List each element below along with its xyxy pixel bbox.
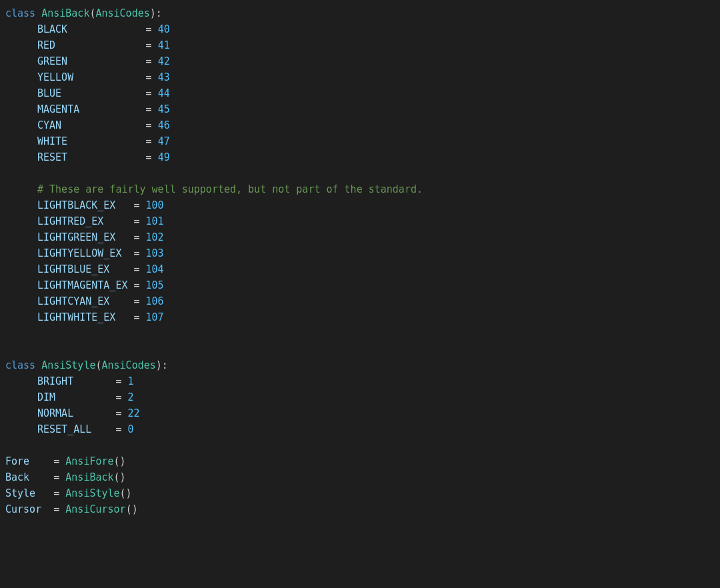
var-resetall: RESET_ALL (37, 421, 91, 437)
line-lightwhite: LIGHTWHITE_EX = 107 (0, 309, 720, 325)
val-lightgreen: 102 (146, 229, 164, 245)
cls-ansiback: AnsiBack (65, 469, 113, 485)
var-lightblack: LIGHTBLACK_EX (37, 197, 127, 213)
val-normal: 22 (127, 405, 139, 421)
val-lightwhite: 107 (146, 309, 164, 325)
val-blue: 44 (158, 85, 170, 101)
line-class-ansiback: class AnsiBack(AnsiCodes): (0, 5, 720, 21)
var-lightyellow: LIGHTYELLOW_EX (37, 245, 127, 261)
val-yellow: 43 (158, 69, 170, 85)
var-yellow: YELLOW (37, 69, 85, 85)
blank-2 (0, 325, 720, 341)
line-cursor-instance: Cursor = AnsiCursor() (0, 501, 720, 517)
var-lightgreen: LIGHTGREEN_EX (37, 229, 127, 245)
val-lightblue: 104 (146, 261, 164, 277)
var-normal: NORMAL (37, 405, 91, 421)
line-lightcyan: LIGHTCYAN_EX = 106 (0, 293, 720, 309)
var-dim: DIM (37, 389, 91, 405)
var-lightred: LIGHTRED_EX (37, 213, 127, 229)
line-red: RED = 41 (0, 37, 720, 53)
var-cyan: CYAN (37, 117, 85, 133)
line-back-instance: Back = AnsiBack() (0, 469, 720, 485)
cls-ansicursor: AnsiCursor (65, 501, 125, 517)
val-green: 42 (158, 53, 170, 69)
val-lightblack: 100 (146, 197, 164, 213)
var-lightmagenta: LIGHTMAGENTA_EX (37, 277, 127, 293)
var-lightblue: LIGHTBLUE_EX (37, 261, 127, 277)
var-lightcyan: LIGHTCYAN_EX (37, 293, 127, 309)
val-magenta: 45 (158, 101, 170, 117)
classname-ansicodes: AnsiCodes (95, 5, 149, 21)
var-back: Back (5, 469, 41, 485)
var-red: RED (37, 37, 85, 53)
val-bright: 1 (127, 373, 133, 389)
var-white: WHITE (37, 133, 85, 149)
line-yellow: YELLOW = 43 (0, 69, 720, 85)
var-bright: BRIGHT (37, 373, 91, 389)
line-lightgreen: LIGHTGREEN_EX = 102 (0, 229, 720, 245)
val-red: 41 (158, 37, 170, 53)
blank-4 (0, 437, 720, 453)
var-magenta: MAGENTA (37, 101, 85, 117)
keyword-class: class (5, 5, 41, 21)
var-lightwhite: LIGHTWHITE_EX (37, 309, 127, 325)
line-lightblack: LIGHTBLACK_EX = 100 (0, 197, 720, 213)
val-cyan: 46 (158, 117, 170, 133)
val-lightcyan: 106 (146, 293, 164, 309)
var-style: Style (5, 485, 41, 501)
var-fore: Fore (5, 453, 41, 469)
line-black: BLACK = 40 (0, 21, 720, 37)
line-lightmagenta: LIGHTMAGENTA_EX = 105 (0, 277, 720, 293)
line-bright: BRIGHT = 1 (0, 373, 720, 389)
line-green: GREEN = 42 (0, 53, 720, 69)
line-fore-instance: Fore = AnsiFore() (0, 453, 720, 469)
var-blue: BLUE (37, 85, 85, 101)
var-black: BLACK (37, 21, 85, 37)
val-dim: 2 (127, 389, 133, 405)
cls-ansistyle: AnsiStyle (65, 485, 119, 501)
code-editor: class AnsiBack(AnsiCodes): BLACK = 40 RE… (0, 0, 720, 588)
classname-ansicodes2: AnsiCodes (102, 357, 156, 373)
keyword-class2: class (5, 357, 41, 373)
var-reset: RESET (37, 149, 85, 165)
blank-3 (0, 341, 720, 357)
cls-ansifore: AnsiFore (65, 453, 113, 469)
val-white: 47 (158, 133, 170, 149)
line-blue: BLUE = 44 (0, 85, 720, 101)
val-black: 40 (158, 21, 170, 37)
val-lightmagenta: 105 (146, 277, 164, 293)
line-comment: # These are fairly well supported, but n… (0, 181, 720, 197)
val-lightyellow: 103 (146, 245, 164, 261)
line-class-ansistyle: class AnsiStyle(AnsiCodes): (0, 357, 720, 373)
line-dim: DIM = 2 (0, 389, 720, 405)
var-cursor: Cursor (5, 501, 41, 517)
line-normal: NORMAL = 22 (0, 405, 720, 421)
val-lightred: 101 (146, 213, 164, 229)
code-content: class AnsiBack(AnsiCodes): BLACK = 40 RE… (0, 5, 720, 517)
line-magenta: MAGENTA = 45 (0, 101, 720, 117)
line-reset: RESET = 49 (0, 149, 720, 165)
line-lightblue: LIGHTBLUE_EX = 104 (0, 261, 720, 277)
val-resetall: 0 (127, 421, 133, 437)
line-cyan: CYAN = 46 (0, 117, 720, 133)
line-lightyellow: LIGHTYELLOW_EX = 103 (0, 245, 720, 261)
classname-ansiback: AnsiBack (41, 5, 89, 21)
val-reset: 49 (158, 149, 170, 165)
comment-text: # These are fairly well supported, but n… (37, 181, 423, 197)
line-style-instance: Style = AnsiStyle() (0, 485, 720, 501)
blank-1 (0, 165, 720, 181)
var-green: GREEN (37, 53, 85, 69)
line-lightred: LIGHTRED_EX = 101 (0, 213, 720, 229)
line-resetall: RESET_ALL = 0 (0, 421, 720, 437)
classname-ansistyle: AnsiStyle (41, 357, 95, 373)
line-white: WHITE = 47 (0, 133, 720, 149)
